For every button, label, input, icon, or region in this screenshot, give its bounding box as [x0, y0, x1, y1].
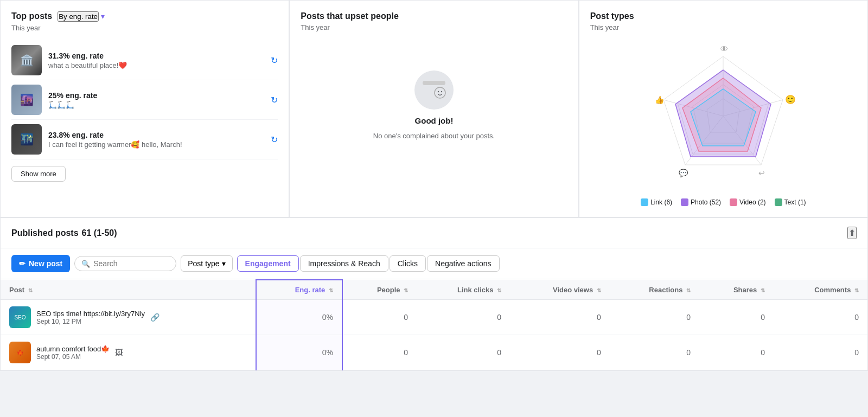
post-types-subtitle: This year [590, 23, 857, 31]
show-more-button[interactable]: Show more [11, 166, 66, 182]
sort-arrows-shares[interactable]: ⇅ [761, 287, 765, 293]
upset-posts-subtitle: This year [301, 23, 567, 31]
new-post-button[interactable]: ✏ New post [11, 255, 70, 272]
eng-rate-1: 0% [256, 300, 342, 335]
sort-arrows-eng-rate[interactable]: ⇅ [329, 287, 333, 293]
post-date-1: Sept 10, 12 PM [36, 318, 145, 325]
chart-legend: Link (6) Photo (52) Video (2) Text (1) [641, 198, 806, 206]
post-date-2: Sept 07, 05 AM [36, 353, 110, 361]
post-types-title: Post types [590, 11, 857, 21]
post-text-1: what a beautiful place!❤️ [48, 61, 264, 69]
post-thumbnail-2: 🌆 [11, 85, 42, 115]
sort-arrows-link-clicks[interactable]: ⇅ [497, 287, 501, 293]
legend-label-text: Text (1) [784, 198, 806, 206]
people-1: 0 [342, 300, 417, 335]
top-posts-title: Top posts [11, 11, 52, 21]
top-posts-subtitle: This year [11, 24, 278, 32]
svg-rect-1 [423, 81, 445, 85]
published-title: Published posts [11, 228, 79, 238]
table-row: 🍁 autumn comfort food🍁 Sept 07, 05 AM 🖼 … [1, 335, 867, 370]
col-header-shares: Shares ⇅ [699, 280, 774, 300]
post-thumb-seo: SEO [9, 306, 31, 328]
top-post-3: 🌃 23.8% eng. rate I can feel it getting … [11, 120, 278, 159]
search-input-wrap[interactable]: 🔍 [74, 256, 176, 271]
top-post-2: 🌆 25% eng. rate 🛴🛴🛴 ↻ [11, 80, 278, 120]
post-cell-text-2: autumn comfort food🍁 Sept 07, 05 AM [36, 345, 110, 361]
col-header-link-clicks: Link clicks ⇅ [417, 280, 510, 300]
col-header-reactions: Reactions ⇅ [610, 280, 699, 300]
chevron-down-icon: ▾ [101, 12, 105, 21]
sort-by-eng-rate-button[interactable]: By eng. rate [58, 11, 99, 22]
export-button[interactable]: ⬆ [847, 227, 857, 239]
post-info-1: 31.3% eng. rate what a beautiful place!❤… [48, 52, 264, 69]
post-text-2: 🛴🛴🛴 [48, 101, 264, 109]
tab-clicks[interactable]: Clicks [390, 255, 426, 272]
reactions-1: 0 [610, 300, 699, 335]
post-cell-1: SEO SEO tips time! https://bit.ly/3ry7Nl… [1, 300, 256, 335]
legend-label-video: Video (2) [739, 198, 765, 206]
post-cell-2: 🍁 autumn comfort food🍁 Sept 07, 05 AM 🖼 [1, 335, 256, 370]
tab-engagement[interactable]: Engagement [237, 255, 299, 272]
published-posts-section: Published posts 61 (1-50) ⬆ ✏ New post 🔍… [0, 217, 868, 371]
table-row: SEO SEO tips time! https://bit.ly/3ry7Nl… [1, 300, 867, 335]
legend-label-photo: Photo (52) [691, 198, 721, 206]
svg-point-3 [438, 91, 439, 92]
svg-text:💬: 💬 [679, 169, 688, 178]
legend-dot-text [775, 198, 782, 206]
refresh-button-1[interactable]: ↻ [271, 55, 278, 66]
refresh-button-2[interactable]: ↻ [271, 95, 278, 105]
post-info-3: 23.8% eng. rate I can feel it getting wa… [48, 131, 264, 149]
post-rate-3: 23.8% eng. rate [48, 131, 264, 139]
link-clicks-1: 0 [417, 300, 510, 335]
search-input[interactable] [93, 259, 169, 268]
post-text-3: I can feel it getting warmer🥰 hello, Mar… [48, 140, 264, 149]
post-thumb-food: 🍁 [9, 342, 31, 363]
refresh-button-3[interactable]: ↻ [271, 134, 278, 145]
shares-2: 0 [699, 335, 774, 370]
top-posts-panel: Top posts By eng. rate ▾ This year 🏛️ 31… [0, 0, 289, 217]
view-tabs: Engagement Impressions & Reach Clicks Ne… [237, 255, 500, 272]
published-header: Published posts 61 (1-50) ⬆ [1, 218, 867, 248]
eng-rate-2: 0% [256, 335, 342, 370]
legend-item-link: Link (6) [641, 198, 672, 206]
post-title-2: autumn comfort food🍁 [36, 345, 110, 353]
people-2: 0 [342, 335, 417, 370]
upset-posts-title: Posts that upset people [301, 11, 567, 21]
tab-impressions-reach[interactable]: Impressions & Reach [300, 255, 388, 272]
sort-arrows-reactions[interactable]: ⇅ [686, 287, 691, 293]
comments-2: 0 [774, 335, 867, 370]
svg-point-4 [441, 91, 442, 92]
sort-arrows-people[interactable]: ⇅ [404, 287, 408, 293]
radar-chart: 👁 🙂 ↩ 💬 👍 [647, 40, 799, 192]
legend-item-text: Text (1) [775, 198, 806, 206]
sort-arrows-comments[interactable]: ⇅ [854, 287, 859, 293]
col-header-video-views: Video views ⇅ [510, 280, 610, 300]
upset-posts-empty-desc: No one's complained about your posts. [373, 132, 495, 140]
posts-toolbar: ✏ New post 🔍 Post type ▾ Engagement Impr… [1, 248, 867, 279]
comments-1: 0 [774, 300, 867, 335]
post-thumbnail-1: 🏛️ [11, 45, 42, 75]
sort-arrows-post[interactable]: ⇅ [28, 287, 33, 293]
link-clicks-2: 0 [417, 335, 510, 370]
post-info-2: 25% eng. rate 🛴🛴🛴 [48, 91, 264, 109]
post-title-1: SEO tips time! https://bit.ly/3ry7Nly [36, 310, 145, 318]
legend-dot-link [641, 198, 648, 206]
new-post-label: New post [29, 259, 62, 268]
post-type-label: Post type [188, 259, 219, 268]
new-post-icon: ✏ [19, 259, 25, 268]
sort-arrows-video-views[interactable]: ⇅ [597, 287, 601, 293]
shares-1: 0 [699, 300, 774, 335]
svg-text:👁: 👁 [720, 44, 729, 54]
post-rate-2: 25% eng. rate [48, 91, 264, 100]
legend-label-link: Link (6) [650, 198, 672, 206]
legend-item-video: Video (2) [730, 198, 765, 206]
svg-text:↩: ↩ [758, 169, 765, 177]
col-header-post: Post ⇅ [1, 280, 256, 300]
tab-negative-actions[interactable]: Negative actions [427, 255, 500, 272]
post-type-icon-2: 🖼 [115, 348, 123, 357]
svg-text:👍: 👍 [655, 95, 665, 105]
posts-table: Post ⇅ Eng. rate ⇅ People ⇅ Link clicks … [1, 279, 867, 370]
legend-item-photo: Photo (52) [681, 198, 721, 206]
post-type-dropdown[interactable]: Post type ▾ [181, 255, 232, 272]
upset-posts-panel: Posts that upset people This year Good j… [289, 0, 578, 217]
